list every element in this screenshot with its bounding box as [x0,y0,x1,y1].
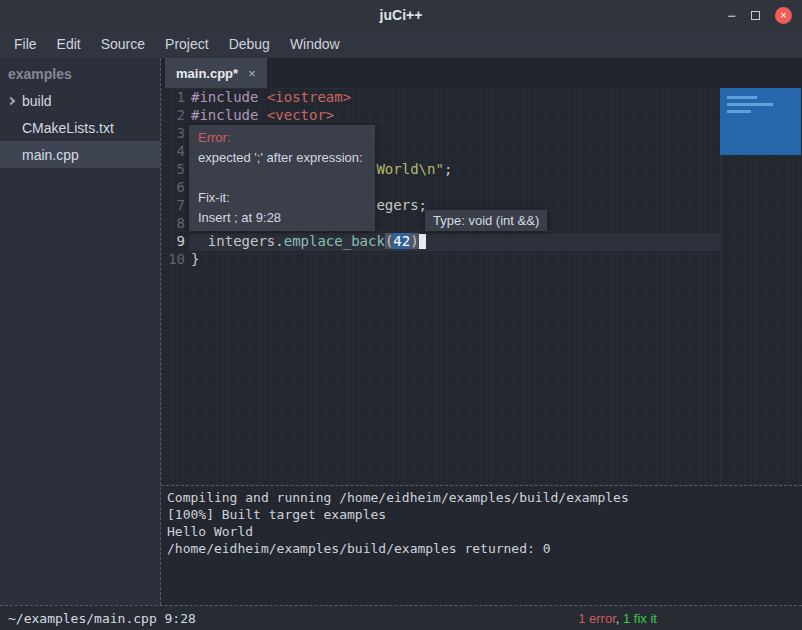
line-number: 4 [161,143,191,161]
code-token: <vector> [267,107,334,123]
code-token: 42 [393,233,410,249]
line-number: 8 [161,215,191,233]
diagnostic-err: 1 error [578,611,616,626]
code-token: World\n" [376,161,443,177]
window-title: juCi++ [380,7,423,23]
code-line-10[interactable]: 10} [161,251,802,269]
terminal-line: Hello World [167,523,796,540]
code-token: ) [410,233,418,249]
code-token: emplace_back [284,233,385,249]
terminal-panel[interactable]: Compiling and running /home/eidheim/exam… [161,485,802,605]
line-number: 10 [161,251,191,269]
menu-item-source[interactable]: Source [91,33,155,55]
menu-item-file[interactable]: File [4,33,47,55]
line-number: 1 [161,89,191,107]
tab-close-icon[interactable]: × [248,66,256,81]
thumbnail-line [727,110,751,113]
restore-icon[interactable] [751,11,760,20]
sidebar-item-label: main.cpp [22,147,79,163]
error-tooltip-gap [198,168,366,188]
diagnostic-fg: , [616,611,623,626]
code-line-2[interactable]: 2#include <vector> [161,107,802,125]
terminal-line: [100%] Built target examples [167,506,796,523]
text-cursor [419,234,426,249]
error-tooltip-title: Error: [198,128,366,148]
code-token: #include [191,107,267,123]
code-line-1[interactable]: 1#include <iostream> [161,89,802,107]
code-token: tegers; [368,197,427,213]
thumbnail-line [727,103,773,106]
type-tooltip: Type: void (int &&) [425,210,547,231]
error-tooltip: Error: expected ';' after expression: Fi… [189,125,375,231]
editor-column: main.cpp*× 1#include <iostream>2#include… [161,58,802,605]
menu-bar: FileEditSourceProjectDebugWindow [0,30,802,58]
diagnostics-summary: 1 error, 1 fix it [578,611,657,626]
line-number: 5 [161,161,191,179]
line-number: 2 [161,107,191,125]
chevron-right-icon [7,96,15,104]
line-number: 3 [161,125,191,143]
error-tooltip-message: expected ';' after expression: [198,148,366,168]
code-line-9[interactable]: 9 integers.emplace_back(42) [161,233,802,251]
sidebar-item-label: CMakeLists.txt [22,120,114,136]
fixit-action: Insert ; at 9:28 [198,208,366,228]
terminal-line: Compiling and running /home/eidheim/exam… [167,489,796,506]
code-text: } [191,251,199,269]
menu-item-project[interactable]: Project [155,33,219,55]
sidebar-item-cmakelists-txt[interactable]: CMakeLists.txt [0,114,160,141]
main-area: examples buildCMakeLists.txtmain.cpp mai… [0,58,802,605]
code-token: } [191,251,199,267]
title-bar: juCi++ − × [0,0,802,30]
thumbnail-line [727,96,757,99]
project-name: examples [0,61,160,87]
status-bar: ~/examples/main.cpp 9:28 1 error, 1 fix … [0,605,802,630]
code-text: integers.emplace_back(42) [191,233,426,251]
code-token: #include [191,89,267,105]
code-text: #include <iostream> [191,89,351,107]
fixit-label: Fix-it: [198,188,366,208]
diagnostic-ok: 1 fix it [623,611,657,626]
file-tree-panel: examples buildCMakeLists.txtmain.cpp [0,58,161,605]
window-controls: − × [727,0,792,30]
cursor-location: ~/examples/main.cpp 9:28 [8,611,196,626]
menu-item-edit[interactable]: Edit [47,33,91,55]
close-icon[interactable]: × [775,7,792,24]
file-tree: buildCMakeLists.txtmain.cpp [0,87,160,168]
tab-label: main.cpp* [176,66,238,81]
tab-bar: main.cpp*× [161,58,802,88]
app-window: juCi++ − × FileEditSourceProjectDebugWin… [0,0,802,630]
line-number: 7 [161,197,191,215]
tab-main-cpp[interactable]: main.cpp*× [165,58,267,88]
terminal-line: /home/eidheim/examples/build/examples re… [167,540,796,557]
code-token: integers. [191,233,284,249]
code-token: <iostream> [267,89,351,105]
sidebar-item-label: build [22,93,52,109]
line-number: 9 [161,233,191,251]
line-number: 6 [161,179,191,197]
editor-overview-thumbnail [720,88,801,155]
sidebar-item-build[interactable]: build [0,87,160,114]
editor[interactable]: 1#include <iostream>2#include <vector>34… [161,88,802,485]
menu-item-debug[interactable]: Debug [219,33,280,55]
code-text: #include <vector> [191,107,334,125]
menu-item-window[interactable]: Window [280,33,350,55]
sidebar-item-main-cpp[interactable]: main.cpp [0,141,160,168]
code-token: ; [444,161,452,177]
minimize-icon[interactable]: − [727,8,736,23]
